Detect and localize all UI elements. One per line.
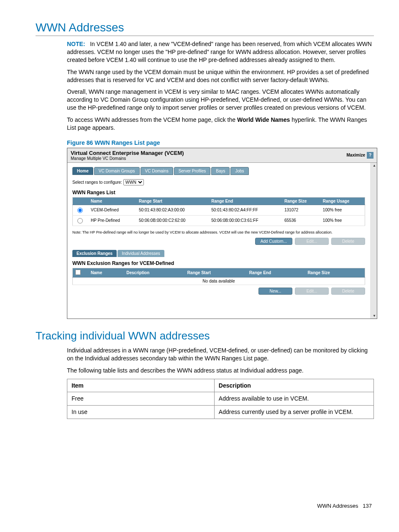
note-label: NOTE:	[67, 41, 85, 47]
ex-col-range-end: Range End	[247, 268, 305, 277]
tab-exclusion-ranges[interactable]: Exclusion Ranges	[72, 250, 117, 257]
para5: Individual addresses in a WWN range (HP-…	[67, 347, 374, 362]
col-range-start: Range Start	[136, 197, 209, 205]
body-text-block: NOTE: In VCEM 1.40 and later, a new "VCE…	[67, 40, 374, 132]
para1-text: In VCEM 1.40 and later, a new "VCEM-defi…	[67, 41, 372, 63]
scroll-up-icon[interactable]: ▲	[373, 164, 376, 167]
exclusion-ranges-title: WWN Exclusion Ranges for VCEM-Defined	[72, 260, 365, 266]
ex-col-name: Name	[88, 268, 124, 277]
para6: The following table lists and describes …	[67, 367, 374, 375]
col-name: Name	[88, 197, 136, 205]
app-subtitle: Manage Multiple VC Domains	[71, 156, 184, 161]
tab-server-profiles[interactable]: Server Profiles	[174, 167, 211, 175]
figure-caption: Figure 86 WWN Ranges List page	[67, 139, 374, 146]
edit-button[interactable]: Edit...	[295, 238, 329, 245]
wwn-ranges-table: Name Range Start Range End Range Size Ra…	[72, 197, 365, 226]
tab-bays[interactable]: Bays	[211, 167, 230, 175]
app-title: Virtual Connect Enterprise Manager (VCEM…	[71, 150, 184, 156]
delete-button[interactable]: Delete	[331, 238, 365, 245]
table-row: In use Address currently used by a serve…	[67, 406, 374, 419]
para4: To access WWN addresses from the VCEM ho…	[67, 116, 374, 132]
col-range-usage: Range Usage	[320, 197, 365, 205]
ex-col-check	[73, 268, 89, 277]
tab-home[interactable]: Home	[72, 167, 93, 175]
note-paragraph: NOTE: In VCEM 1.40 and later, a new "VCE…	[67, 40, 374, 64]
range-type-select[interactable]: WWN	[123, 179, 144, 185]
world-wide-names-link-ref: World Wide Names	[237, 116, 290, 123]
no-data-message: No data available	[73, 277, 365, 285]
ex-col-range-start: Range Start	[185, 268, 247, 277]
row-radio[interactable]	[77, 218, 83, 224]
status-col-item: Item	[67, 379, 215, 392]
maximize-link[interactable]: Maximize	[347, 153, 365, 157]
ex-col-description: Description	[124, 268, 185, 277]
sub-tabs: Exclusion Ranges Individual Addresses	[72, 250, 365, 257]
wwn-ranges-list-title: WWN Ranges List	[72, 190, 365, 195]
page-footer: WWN Addresses 137	[36, 503, 374, 509]
table-row[interactable]: VCEM-Defined 50:01:43:80:02:A3:00:00 50:…	[73, 205, 365, 215]
heading-wwn-addresses: WWN Addresses	[36, 21, 374, 36]
scroll-down-icon[interactable]: ▼	[373, 314, 376, 318]
help-icon[interactable]: ?	[367, 152, 373, 159]
status-col-description: Description	[214, 379, 373, 392]
para3: Overall, WWN range management in VCEM is…	[67, 88, 374, 112]
tab-individual-addresses[interactable]: Individual Addresses	[118, 250, 164, 257]
screenshot-figure: Virtual Connect Enterprise Manager (VCEM…	[67, 148, 377, 319]
tab-jobs[interactable]: Jobs	[230, 167, 248, 175]
delete-button-2[interactable]: Delete	[331, 288, 365, 295]
select-all-checkbox[interactable]	[75, 270, 81, 275]
edit-button-2[interactable]: Edit...	[295, 288, 329, 295]
select-ranges-label: Select ranges to configure:	[72, 180, 122, 185]
exclusion-ranges-table: Name Description Range Start Range End R…	[72, 268, 365, 285]
para2: The WWN range used by the VCEM domain mu…	[67, 68, 374, 84]
status-table: Item Description Free Address available …	[67, 379, 374, 419]
table-row[interactable]: HP Pre-Defined 50:06:0B:00:00:C2:62:00 5…	[73, 215, 365, 226]
tab-vc-domain-groups[interactable]: VC Domain Groups	[94, 167, 140, 175]
heading-tracking: Tracking individual WWN addresses	[36, 329, 374, 342]
screenshot-header: Virtual Connect Enterprise Manager (VCEM…	[67, 148, 377, 163]
new-button[interactable]: New...	[258, 288, 292, 295]
col-range-size: Range Size	[282, 197, 320, 205]
ex-col-range-size: Range Size	[305, 268, 365, 277]
main-tabs: Home VC Domain Groups VC Domains Server …	[72, 167, 365, 175]
add-custom-button[interactable]: Add Custom...	[255, 238, 292, 245]
col-range-end: Range End	[209, 197, 282, 205]
col-select	[73, 197, 89, 205]
range-note: Note: The HP Pre-defined range will no l…	[72, 230, 365, 234]
row-radio[interactable]	[77, 208, 83, 213]
table-row: Free Address available to use in VCEM.	[67, 392, 374, 406]
tab-vc-domains[interactable]: VC Domains	[141, 167, 173, 175]
